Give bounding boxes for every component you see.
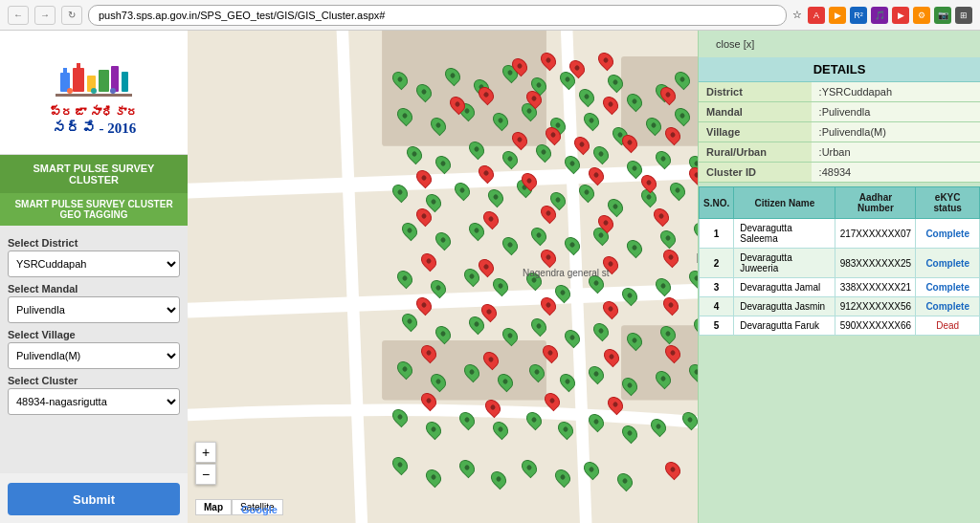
district-value-cell: :YSRCuddapah xyxy=(812,82,980,102)
cell-status: Complete xyxy=(916,219,980,249)
info-row-village: Village :Pulivendla(M) xyxy=(699,122,980,142)
details-panel: close [x] DETAILS District :YSRCuddapah … xyxy=(698,31,980,523)
cluster-value-cell: :48934 xyxy=(812,163,980,183)
col-sno: S.NO. xyxy=(700,187,734,219)
cluster-label: Select Cluster xyxy=(8,375,180,386)
village-label: Select Village xyxy=(8,329,180,340)
svg-rect-1 xyxy=(63,68,67,73)
col-name: Citizen Name xyxy=(734,187,835,219)
cell-sno: 2 xyxy=(700,249,734,278)
cell-status: Complete xyxy=(916,249,980,278)
close-button[interactable]: close [x] xyxy=(706,34,764,54)
mandal-select[interactable]: Pulivendla xyxy=(8,296,180,323)
svg-point-10 xyxy=(110,88,116,94)
cell-sno: 4 xyxy=(700,297,734,316)
col-ekyc: eKYC status xyxy=(916,187,980,219)
sidebar: ప్రజా సాధికార సర్వే - 2016 SMART PULSE S… xyxy=(0,31,188,523)
table-row: 5 Devaragutta Faruk 590XXXXXXX66 Dead xyxy=(700,316,980,336)
extension-icon-8: ⊞ xyxy=(955,7,972,24)
map-controls: + − xyxy=(195,442,216,485)
info-row-rural: Rural/Urban :Urban xyxy=(699,142,980,163)
svg-rect-2 xyxy=(73,68,84,92)
cell-status: Complete xyxy=(916,297,980,316)
cell-aadhar: 338XXXXXXX21 xyxy=(835,278,916,297)
cell-name: Devaragutta Saleema xyxy=(734,219,835,249)
cell-aadhar: 590XXXXXXX66 xyxy=(835,316,916,336)
village-label-cell: Village xyxy=(699,122,812,142)
browser-chrome: ← → ↻ ☆ A ▶ R² 🎵 ▶ ⚙ 📷 ⊞ xyxy=(0,0,980,31)
extension-icon-7: 📷 xyxy=(934,7,951,24)
extension-icon-1: A xyxy=(808,7,825,24)
info-row-cluster: Cluster ID :48934 xyxy=(699,163,980,183)
rural-label-cell: Rural/Urban xyxy=(699,142,812,163)
cell-aadhar: 912XXXXXXX56 xyxy=(835,297,916,316)
table-row: 3 Devaragutta Jamal 338XXXXXXX21 Complet… xyxy=(700,278,980,297)
extension-icon-2: ▶ xyxy=(829,7,846,24)
table-row: 1 Devaragutta Saleema 217XXXXXXX07 Compl… xyxy=(700,219,980,249)
cell-sno: 1 xyxy=(700,219,734,249)
cluster-select[interactable]: 48934-nagasrigutta xyxy=(8,388,180,415)
cell-name: Devaragutta Juweeria xyxy=(734,249,835,278)
zoom-in-button[interactable]: + xyxy=(195,442,216,463)
zoom-out-button[interactable]: − xyxy=(195,464,216,485)
cell-aadhar: 217XXXXXXX07 xyxy=(835,219,916,249)
info-row-mandal: Mandal :Pulivendla xyxy=(699,102,980,122)
refresh-button[interactable]: ↻ xyxy=(61,6,82,25)
cell-name: Devaragutta Jasmin xyxy=(734,297,835,316)
bookmark-icon: ☆ xyxy=(792,9,802,21)
details-title: DETAILS xyxy=(699,57,980,82)
cell-status: Dead xyxy=(916,316,980,336)
section-subheader: SMART PULSE SURVEY CLUSTER GEO TAGGING xyxy=(0,193,188,226)
svg-rect-11 xyxy=(56,94,132,97)
map-view-button[interactable]: Map xyxy=(195,499,232,515)
svg-rect-6 xyxy=(111,66,119,92)
logo-svg xyxy=(56,49,132,101)
logo-area: ప్రజా సాధికార సర్వే - 2016 xyxy=(0,31,188,155)
cell-sno: 3 xyxy=(700,278,734,297)
district-select[interactable]: YSRCuddapah xyxy=(8,251,180,277)
extension-icon-5: ▶ xyxy=(892,7,909,24)
svg-point-8 xyxy=(67,88,73,94)
svg-rect-13 xyxy=(382,31,546,146)
back-button[interactable]: ← xyxy=(8,6,29,25)
forward-button[interactable]: → xyxy=(34,6,56,25)
main-area: ప్రజా సాధికార సర్వే - 2016 SMART PULSE S… xyxy=(0,31,980,523)
cell-aadhar: 983XXXXXXX25 xyxy=(835,249,916,278)
logo-text: ప్రజా సాధికార సర్వే - 2016 xyxy=(49,49,138,137)
village-select[interactable]: Pulivendla(M) xyxy=(8,342,180,369)
district-label-cell: District xyxy=(699,82,812,102)
svg-rect-5 xyxy=(99,70,109,92)
info-table: District :YSRCuddapah Mandal :Pulivendla… xyxy=(699,82,980,183)
district-label: Select District xyxy=(8,237,180,249)
info-row-district: District :YSRCuddapah xyxy=(699,82,980,102)
form-section: Select District YSRCuddapah Select Manda… xyxy=(0,226,188,473)
submit-button[interactable]: Submit xyxy=(8,483,180,515)
cluster-label-cell: Cluster ID xyxy=(699,163,812,183)
col-aadhar: Aadhar Number xyxy=(835,187,916,219)
table-row: 2 Devaragutta Juweeria 983XXXXXXX25 Comp… xyxy=(700,249,980,278)
cell-name: Devaragutta Jamal xyxy=(734,278,835,297)
cell-status: Complete xyxy=(916,278,980,297)
extension-icon-3: R² xyxy=(850,7,867,24)
mandal-label-cell: Mandal xyxy=(699,102,812,122)
table-row: 4 Devaragutta Jasmin 912XXXXXXX56 Comple… xyxy=(700,297,980,316)
google-logo: Google xyxy=(241,504,278,515)
village-value-cell: :Pulivendla(M) xyxy=(812,122,980,142)
cell-sno: 5 xyxy=(700,316,734,336)
svg-point-9 xyxy=(91,88,97,94)
logo-line2: సర్వే - 2016 xyxy=(49,120,138,137)
rural-value-cell: :Urban xyxy=(812,142,980,163)
extension-icon-6: ⚙ xyxy=(913,7,930,24)
extension-icon-4: 🎵 xyxy=(871,7,888,24)
mandal-label: Select Mandal xyxy=(8,283,180,294)
table-header-row: S.NO. Citizen Name Aadhar Number eKYC st… xyxy=(700,187,980,219)
url-bar[interactable] xyxy=(88,5,787,26)
logo-line1: ప్రజా సాధికార xyxy=(49,105,138,120)
logo-icon xyxy=(49,49,138,101)
svg-rect-3 xyxy=(77,63,80,68)
mandal-value-cell: :Pulivendla xyxy=(812,102,980,122)
citizen-table: S.NO. Citizen Name Aadhar Number eKYC st… xyxy=(699,186,980,336)
svg-rect-7 xyxy=(122,72,128,92)
section-header: SMART PULSE SURVEY CLUSTER xyxy=(0,155,188,193)
cell-name: Devaragutta Faruk xyxy=(734,316,835,336)
